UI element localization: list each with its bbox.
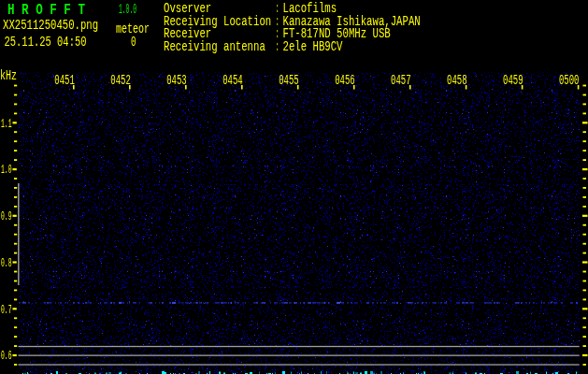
svg-text:H R O F F T: H R O F F T [7, 2, 85, 19]
svg-text::: : [276, 39, 280, 54]
svg-text:0.8: 0.8 [1, 256, 12, 270]
svg-text:0453: 0453 [166, 73, 187, 89]
svg-text:0451: 0451 [54, 73, 75, 89]
svg-text:0457: 0457 [391, 73, 411, 89]
svg-text:0.6: 0.6 [1, 349, 12, 363]
svg-text:0500: 0500 [559, 73, 580, 89]
svg-text:25.11.25 04:50: 25.11.25 04:50 [5, 35, 87, 50]
svg-text:kHz: kHz [0, 68, 17, 83]
svg-text:1.1: 1.1 [1, 117, 12, 131]
svg-text:1.0.0: 1.0.0 [119, 2, 136, 17]
svg-text:0452: 0452 [110, 73, 131, 89]
svg-text:0.9: 0.9 [1, 209, 12, 223]
svg-text:0459: 0459 [503, 73, 523, 89]
svg-text:0: 0 [131, 35, 136, 50]
svg-text:0458: 0458 [447, 73, 467, 89]
svg-text:Receiving antenna: Receiving antenna [164, 39, 265, 54]
svg-text:1.0: 1.0 [1, 163, 12, 177]
svg-text:0454: 0454 [222, 73, 243, 89]
svg-text:0455: 0455 [279, 73, 299, 89]
svg-text:0456: 0456 [335, 73, 355, 89]
svg-text:0.7: 0.7 [1, 303, 12, 317]
svg-text:2ele HB9CV: 2ele HB9CV [283, 39, 343, 54]
svg-text:XX2511250450.png: XX2511250450.png [3, 18, 98, 33]
